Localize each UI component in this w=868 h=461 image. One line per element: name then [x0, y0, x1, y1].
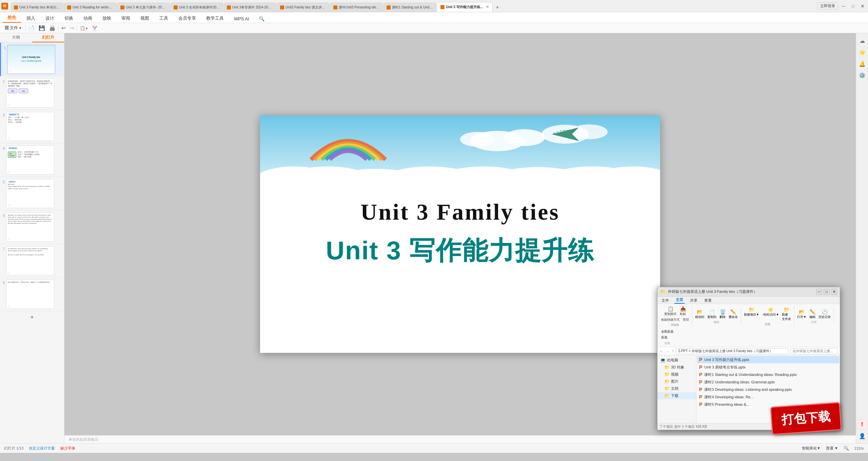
- new-tab-button[interactable]: +: [493, 3, 501, 12]
- slide-item-1[interactable]: 1 Unit 3 Family ties Unit 3 写作能力提升练 ☆: [0, 43, 64, 76]
- fe-tab-home[interactable]: 主页: [674, 297, 685, 304]
- slide-notes-bar[interactable]: 单击此处添加备注: [64, 435, 856, 443]
- fe-paste-btn[interactable]: 📥 粘贴: [679, 306, 687, 317]
- fe-copy-btn[interactable]: 📄复制到: [706, 309, 717, 320]
- fe-open-btn[interactable]: 📂打开▼: [796, 309, 807, 320]
- tab-4[interactable]: Unit 3 名词所有格课件2024-2025学...: [171, 3, 223, 12]
- tab-2[interactable]: Unit 3 Reading for writing 课件: [64, 3, 117, 12]
- undo-btn[interactable]: ↩: [60, 24, 67, 32]
- tab-8[interactable]: 课时1 Starting out & Understar...: [383, 3, 436, 12]
- slide-item-3[interactable]: 3 【课堂练习】 方向一、三人组、每二人为一方向二、合作完成方向三、一起完成 ☆: [0, 110, 64, 143]
- fe-copy-path-btn[interactable]: 📋 复制路径: [663, 306, 677, 317]
- redo-btn[interactable]: ↪: [68, 24, 76, 32]
- fe-new-item-btn[interactable]: 📁新建项目▼: [743, 306, 760, 322]
- close-button[interactable]: ✕: [859, 2, 867, 10]
- tab-5[interactable]: Unit 3单导课件 2024-2025学年外...: [224, 3, 276, 12]
- slide-7-star[interactable]: ☆: [7, 270, 11, 274]
- slide-canvas[interactable]: Unit 3 Family ties Unit 3 写作能力提升练: [260, 116, 660, 353]
- right-person-btn[interactable]: 👤: [857, 431, 867, 441]
- right-bell-btn[interactable]: 🔔: [857, 59, 867, 68]
- fe-minimize-btn[interactable]: ─: [816, 289, 822, 295]
- ribbon-tab-design[interactable]: 设计: [41, 14, 59, 23]
- fe-sidebar-video[interactable]: 📁 视频: [657, 371, 696, 378]
- fe-new-folder-btn[interactable]: 📁新建文件夹: [781, 306, 792, 322]
- fe-sidebar-pics[interactable]: 📁 图片: [657, 378, 696, 385]
- fe-select-all-btn[interactable]: 全部反选: [660, 329, 674, 334]
- ribbon-tab-insert[interactable]: 插入: [22, 14, 40, 23]
- fe-up-btn[interactable]: ↑: [672, 349, 674, 354]
- fe-sidebar-computer[interactable]: 💻 此电脑: [657, 357, 696, 364]
- slide-item-2[interactable]: 2 自拟创作说明：在你学了这首诗之后，在你的生活或记忆中，发现美的东西....我…: [0, 76, 64, 110]
- ribbon-tab-animation[interactable]: 动画: [79, 14, 97, 23]
- ribbon-tab-tools[interactable]: 工具: [155, 14, 173, 23]
- slide-4-star[interactable]: ☆: [7, 170, 11, 174]
- right-alert-btn[interactable]: !: [857, 420, 867, 429]
- fe-back-btn[interactable]: ←: [659, 349, 664, 354]
- ribbon-tab-review[interactable]: 审阅: [117, 14, 135, 23]
- fe-tab-file[interactable]: 文件: [660, 297, 670, 304]
- file-menu-btn[interactable]: ☰ 文件▼: [3, 24, 24, 32]
- tab-9-active[interactable]: Unit 3 写作能力提升练.pptx ✕: [437, 2, 493, 12]
- tab-close-icon[interactable]: ✕: [486, 5, 489, 9]
- add-slide-btn[interactable]: +: [0, 311, 64, 324]
- fe-file-item-4[interactable]: P 课时2 Understanding ideas: Grammar.pptx: [697, 378, 839, 386]
- new-file-btn[interactable]: 📄: [27, 24, 36, 32]
- ribbon-tab-wpsai[interactable]: WPS AI: [229, 15, 254, 23]
- user-login-btn[interactable]: 立即登录: [817, 2, 838, 9]
- ribbon-tab-transition[interactable]: 切换: [60, 14, 78, 23]
- fe-file-item-3[interactable]: P 课时1 Starting out & Understanding ideas…: [697, 371, 839, 378]
- tab-6[interactable]: Unit3 Family ties 课文讲解课件 20...: [277, 3, 330, 12]
- fe-maximize-btn[interactable]: □: [824, 289, 830, 295]
- fe-rename-btn[interactable]: ✏️重命名: [728, 309, 739, 320]
- fe-paste-shortcut-btn[interactable]: 粘贴快捷方式: [660, 317, 680, 322]
- slide-item-4[interactable]: 4 【看词联想】 MyFamily 正文一、开头写作成功一句正文二、写出情感的一…: [0, 143, 64, 177]
- right-gear-btn[interactable]: ⚙️: [857, 71, 867, 80]
- fe-file-item-1[interactable]: P Unit 3 写作能力提升练.pptx: [697, 356, 839, 363]
- slide-5-star[interactable]: ☆: [7, 203, 11, 207]
- minimize-button[interactable]: ─: [840, 2, 848, 10]
- slide-item-5[interactable]: 5 【范例文】 My FamilyI have a happy family. …: [0, 177, 64, 211]
- fe-search-input[interactable]: [790, 348, 838, 354]
- slide-item-8[interactable]: 8 有关人物描写"有个一"的写作方法中，我发现了一个令我很吃惊的写法... ☆: [0, 278, 64, 311]
- font-warning-btn[interactable]: 缺少字体: [60, 446, 75, 451]
- tab-7[interactable]: 课件Unit3 Presenting ideas Refi...: [330, 3, 383, 12]
- fe-edit-btn[interactable]: ✏️编辑: [808, 309, 816, 320]
- fe-sidebar-downloads[interactable]: 📁 下载: [657, 392, 696, 399]
- fe-tab-view[interactable]: 查看: [703, 297, 713, 304]
- save-btn[interactable]: 💾: [37, 24, 46, 32]
- ribbon-tab-teaching[interactable]: 教学工具: [201, 14, 229, 23]
- fe-file-item-5[interactable]: P 课时3 Developing ideas: Listening and sp…: [697, 386, 839, 393]
- fe-tab-share[interactable]: 共享: [689, 297, 699, 304]
- ribbon-tab-home[interactable]: 抢先: [3, 13, 21, 23]
- cut-btn[interactable]: ✂️: [91, 25, 99, 31]
- fe-forward-btn[interactable]: →: [666, 349, 670, 354]
- print-btn[interactable]: 🖨️: [48, 24, 57, 32]
- fe-move-btn[interactable]: 📂移动到: [694, 309, 705, 320]
- slide-6-star[interactable]: ☆: [7, 237, 11, 241]
- fe-history-btn[interactable]: 🕐历史记录: [817, 309, 832, 320]
- fe-sidebar-3d[interactable]: 📁 3D 对象: [657, 364, 696, 371]
- fe-address-path[interactable]: 2-PPT > 外研版七年级英语上册 Unit 3 Family ties（习题…: [676, 348, 788, 354]
- tab-3[interactable]: Unit 3 单元复习课件- 2024-2025学...: [117, 3, 170, 12]
- fe-close-btn[interactable]: ✕: [831, 289, 837, 295]
- right-cloud-btn[interactable]: ☁: [857, 36, 867, 45]
- slide-3-star[interactable]: ☆: [7, 136, 11, 140]
- fe-file-item-6[interactable]: P 课时4 Developing ideas: Re...: [697, 393, 839, 401]
- slide-2-star[interactable]: ☆: [7, 103, 11, 106]
- ribbon-tab-slideshow[interactable]: 放映: [98, 14, 116, 23]
- fe-invert-select-btn[interactable]: 反选: [660, 335, 674, 340]
- paste-btn[interactable]: 📋▼: [79, 25, 90, 31]
- search-icon[interactable]: 🔍: [256, 15, 267, 23]
- fe-cut-btn[interactable]: 剪切: [682, 317, 690, 322]
- slide-1-star[interactable]: ☆: [8, 69, 12, 73]
- slide-item-6[interactable]: 6 My father is an engineer, and he works…: [0, 211, 64, 244]
- fe-sidebar-docs[interactable]: 📁 文档: [657, 385, 696, 392]
- ribbon-tab-member[interactable]: 会员专享: [174, 14, 201, 23]
- download-badge[interactable]: 打包下载: [770, 402, 842, 435]
- panel-tab-slides[interactable]: 幻灯片: [32, 33, 64, 42]
- restore-button[interactable]: □: [849, 2, 857, 10]
- fe-file-item-2[interactable]: P Unit 3 易错考点专练.pptx: [697, 363, 839, 371]
- right-star-btn[interactable]: ⭐: [857, 47, 867, 57]
- slide-8-star[interactable]: ☆: [7, 304, 11, 308]
- panel-tab-outline[interactable]: 大纲: [0, 33, 32, 42]
